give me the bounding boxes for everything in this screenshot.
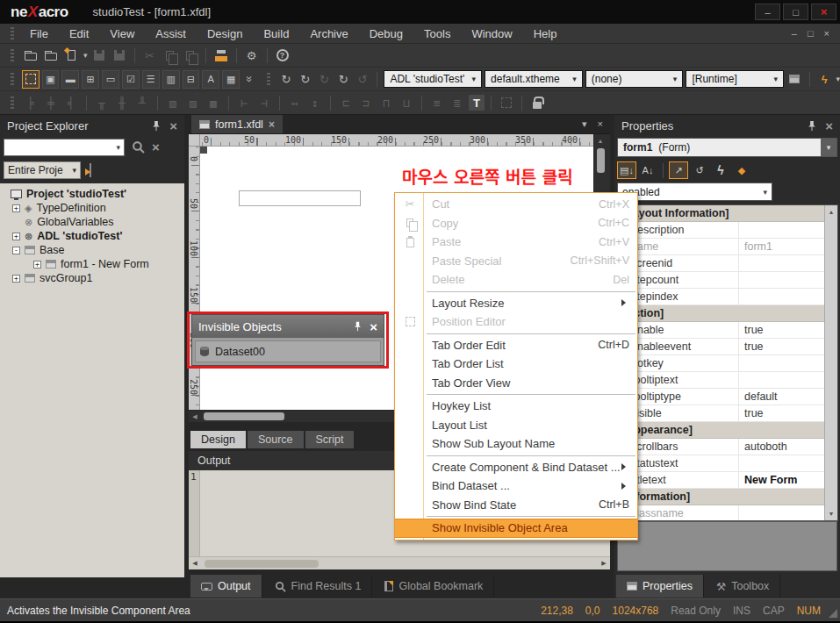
chevron-down-icon[interactable]: ▾ <box>572 75 577 83</box>
table-row[interactable]: stepindex <box>618 289 824 305</box>
search-input[interactable]: ▾ <box>4 139 125 156</box>
close-tab-icon[interactable]: × <box>269 118 275 131</box>
prop-category[interactable]: [Information] <box>618 489 824 505</box>
menu-assist[interactable]: Assist <box>145 27 197 40</box>
table-row[interactable]: nameform1 <box>618 239 824 255</box>
prop-category[interactable]: [Layout Information] <box>618 205 824 222</box>
toolbar-grip[interactable] <box>267 73 270 85</box>
scroll-down-icon[interactable]: ▼ <box>829 511 835 517</box>
component-combo-icon[interactable]: ▭ <box>102 70 119 89</box>
tab-form1-xfdl[interactable]: form1.xfdl× <box>191 115 283 133</box>
component-textarea-icon[interactable]: A <box>202 70 219 89</box>
scroll-up-icon[interactable]: ▲ <box>829 209 835 215</box>
table-row[interactable]: enabletrue <box>618 322 824 339</box>
chevron-down-icon[interactable]: ▾ <box>763 188 767 197</box>
quickview-icon[interactable] <box>786 70 803 88</box>
menu-build[interactable]: Build <box>253 27 299 40</box>
expand-icon[interactable]: + <box>12 233 20 240</box>
grid-scrollbar[interactable]: ▲▼ <box>824 205 837 520</box>
prop-category[interactable]: [Appearance] <box>618 422 824 439</box>
menu-tools[interactable]: Tools <box>413 27 461 40</box>
table-row[interactable]: scrollbarsautoboth <box>618 439 824 455</box>
tab-global-bookmark[interactable]: Global Bookmark <box>374 575 494 598</box>
menu-item-layout-list[interactable]: Layout List <box>395 416 637 435</box>
text-tool-icon[interactable]: T <box>469 95 485 111</box>
tree-item-project[interactable]: Project 'studioTest' <box>0 187 184 201</box>
resize-grip[interactable] <box>829 609 837 618</box>
profile-combo[interactable]: (none)▾ <box>585 70 684 88</box>
list-item-dataset00[interactable]: Dataset00 <box>195 340 381 362</box>
init-property-icon[interactable]: ↺ <box>690 161 709 179</box>
scroll-right-icon[interactable]: ▶ <box>598 560 610 567</box>
toolbar-grip[interactable] <box>11 73 14 85</box>
close-button[interactable]: × <box>811 4 836 20</box>
tab-find-results[interactable]: Find Results 1 <box>264 575 373 598</box>
bind-diamond-icon[interactable]: ◆ <box>732 161 751 179</box>
component-group-icon[interactable]: ⊞ <box>82 70 99 89</box>
menu-design[interactable]: Design <box>197 27 253 40</box>
scrollbar-thumb[interactable] <box>205 560 319 568</box>
open-file-icon[interactable] <box>42 47 60 64</box>
table-row[interactable]: description <box>618 222 824 239</box>
new-form-icon[interactable] <box>62 47 80 64</box>
menu-item-show-sub-layout-name[interactable]: Show Sub Layout Name <box>395 434 637 454</box>
pin-icon[interactable] <box>808 120 816 132</box>
component-list-icon[interactable]: ☰ <box>142 70 160 89</box>
generate-icon[interactable]: ↻ <box>278 70 295 88</box>
menu-file[interactable]: File <box>19 27 59 40</box>
help-icon[interactable]: ? <box>274 47 291 64</box>
table-row[interactable]: visibletrue <box>618 405 824 422</box>
table-row[interactable]: titletextNew Form <box>618 472 824 489</box>
menu-item-layout-resize[interactable]: Layout Resize <box>395 294 637 313</box>
expand-icon[interactable]: + <box>12 275 20 283</box>
menubar-grip[interactable] <box>11 27 14 39</box>
tab-properties[interactable]: Properties <box>616 575 704 598</box>
tab-list-icon[interactable]: ▾ <box>582 118 587 130</box>
edit-component[interactable] <box>239 190 361 206</box>
chevron-down-icon[interactable]: ▾ <box>72 166 76 175</box>
mdi-minimize-button[interactable]: – <box>792 28 797 39</box>
toolbar-grip[interactable] <box>11 97 14 109</box>
pin-icon[interactable] <box>152 120 161 132</box>
prop-category[interactable]: [Action] <box>618 305 824 322</box>
table-row[interactable]: statustext <box>618 455 824 472</box>
menu-archive[interactable]: Archive <box>299 27 358 40</box>
expand-icon[interactable]: + <box>12 204 20 212</box>
origin-handle[interactable] <box>200 147 207 154</box>
clear-search-icon[interactable]: × <box>152 140 160 154</box>
menu-item-show-bind-state[interactable]: Show Bind StateCtrl+B <box>395 496 637 515</box>
launch-dropdown-icon[interactable]: ▾ <box>836 75 840 83</box>
menu-item-show-invisible-object-area[interactable]: Show Invisible Object Area <box>395 519 637 538</box>
menu-item-tab-order-view[interactable]: Tab Order View <box>395 374 637 393</box>
open-project-icon[interactable] <box>22 47 39 64</box>
menu-item-hoykey-list[interactable]: Hoykey List <box>395 397 637 416</box>
tab-output[interactable]: Output <box>190 575 262 598</box>
tab-script[interactable]: Script <box>305 431 355 448</box>
alphabetic-sort-icon[interactable]: A↓ <box>638 161 657 179</box>
import-export-icon[interactable] <box>90 164 91 176</box>
table-row[interactable]: tooltiptypedefault <box>618 389 824 405</box>
component-edit-icon[interactable]: ▥ <box>162 70 180 89</box>
mdi-restore-button[interactable]: □ <box>808 28 814 39</box>
component-panel-icon[interactable]: ▣ <box>42 70 60 89</box>
tree-item-adl[interactable]: +⊛ADL 'studioTest' <box>0 229 184 243</box>
build-refresh-icon[interactable]: ↻ <box>335 70 352 88</box>
close-document-icon[interactable]: × <box>598 118 603 130</box>
toolbar-grip[interactable] <box>11 49 14 61</box>
tree-item-svcgroup1[interactable]: +svcGroup1 <box>0 271 184 285</box>
menu-item-tab-order-edit[interactable]: Tab Order EditCtrl+D <box>395 336 637 355</box>
toolbar-overflow-icon[interactable]: » <box>241 71 259 88</box>
table-row[interactable]: screenid <box>618 255 824 272</box>
close-icon[interactable]: × <box>370 319 377 334</box>
tree-item-form1[interactable]: +form1 - New Form <box>0 257 184 271</box>
theme-refresh-icon[interactable]: ↻ <box>297 70 313 88</box>
chevron-down-icon[interactable]: ▾ <box>821 139 836 156</box>
menu-edit[interactable]: Edit <box>59 27 99 40</box>
chevron-down-icon[interactable]: ▾ <box>116 143 120 152</box>
minimize-button[interactable]: – <box>755 4 780 20</box>
launch-icon[interactable]: ϟ <box>816 70 833 88</box>
component-checkbox-icon[interactable]: ☑ <box>122 70 140 89</box>
scroll-left-icon[interactable]: ◀ <box>189 560 201 567</box>
scroll-left-icon[interactable]: ◀ <box>189 413 201 420</box>
options-gear-icon[interactable]: ⚙ <box>243 47 261 64</box>
